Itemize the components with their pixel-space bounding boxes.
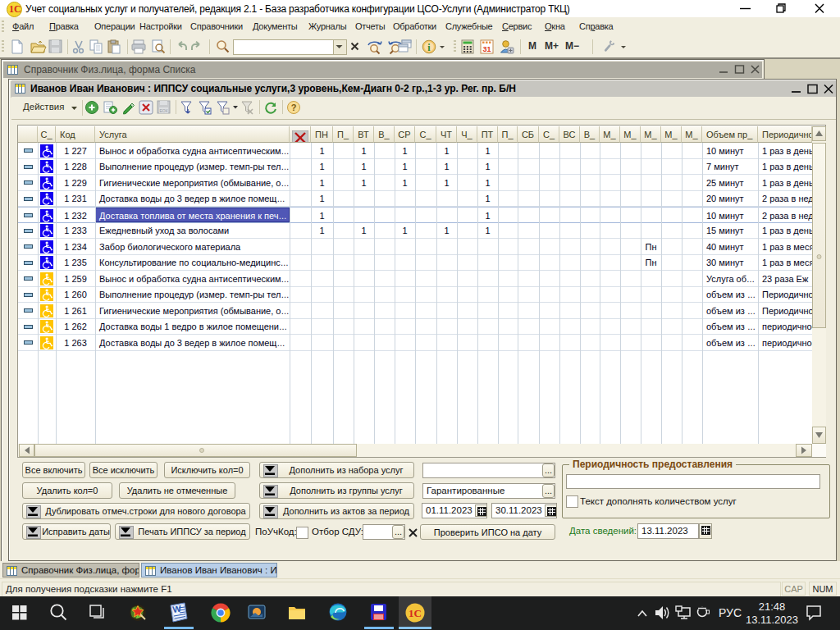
svg-text:М: М — [528, 40, 536, 52]
svg-text:21:48: 21:48 — [759, 600, 786, 613]
svg-text:31: 31 — [482, 45, 491, 53]
svg-text:М+: М+ — [545, 40, 559, 52]
svg-text:РУС: РУС — [719, 606, 742, 619]
svg-text:М−: М− — [565, 40, 579, 52]
svg-text:1С: 1С — [409, 607, 422, 619]
svg-text:13.11.2023: 13.11.2023 — [746, 614, 798, 626]
